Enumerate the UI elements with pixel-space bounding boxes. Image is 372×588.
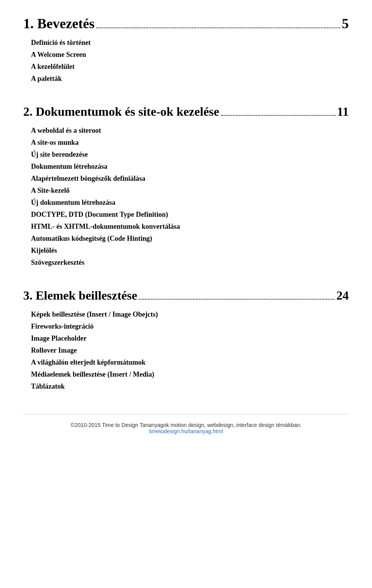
section-1-title: 1. Bevezetés — [23, 15, 95, 32]
section-1-item-1: A Welcome Screen — [31, 51, 349, 59]
section-2-item-1: A site-os munka — [31, 139, 349, 147]
section-2-item-0: A weboldal és a siteroot — [31, 127, 349, 135]
section-2-item-10: Kijelölés — [31, 247, 349, 255]
section-3-item-1: Fireworks-integráció — [31, 322, 349, 331]
section-2-item-5: A Site-kezelő — [31, 187, 349, 195]
section-3-title: 3. Elemek beillesztése — [23, 288, 137, 303]
footer-text: ©2010-2015 Time to Design Tananyagok mot… — [23, 422, 349, 428]
section-2-item-8: HTML- és XHTML-dokumentumok konvertálása — [31, 223, 349, 231]
section-2-dots — [221, 110, 336, 116]
section-1-item-3: A paletták — [31, 75, 349, 83]
section-2-item-3: Dokumentum létrehozása — [31, 163, 349, 171]
section-3-item-2: Image Placeholder — [31, 334, 349, 343]
section-3: 3. Elemek beillesztése 24 Képek beillesz… — [23, 278, 349, 391]
section-2-page: 11 — [337, 105, 349, 119]
section-1-item-0: Definíció és történet — [31, 39, 349, 47]
section-2-item-6: Új dokumentum létrehozása — [31, 199, 349, 207]
section-2-item-7: DOCTYPE, DTD (Document Type Definition) — [31, 211, 349, 219]
section-3-item-4: A világhálón elterjedt képformátumok — [31, 358, 349, 367]
section-1: 1. Bevezetés 5 Definíció és történet A W… — [23, 15, 349, 83]
footer: ©2010-2015 Time to Design Tananyagok mot… — [23, 414, 349, 434]
section-3-item-5: Médiaelemek beillesztése (Insert / Media… — [31, 370, 349, 379]
section-1-heading-row: 1. Bevezetés 5 — [23, 15, 349, 35]
section-2-heading-row: 2. Dokumentumok és site-ok kezelése 11 — [23, 94, 349, 123]
section-2-title: 2. Dokumentumok és site-ok kezelése — [23, 105, 219, 119]
section-3-page: 24 — [336, 288, 349, 303]
section-3-item-6: Táblázatok — [31, 382, 349, 391]
section-2-item-4: Alapértelmezett böngészők definiálása — [31, 175, 349, 183]
section-2-item-11: Szövegszerkesztés — [31, 259, 349, 267]
section-2-item-9: Automatikus kódsegítség (Code Hinting) — [31, 235, 349, 243]
section-3-heading-row: 3. Elemek beillesztése 24 — [23, 278, 349, 307]
section-3-item-0: Képek beillesztése (Insert / Image Obejc… — [31, 310, 349, 319]
footer-link[interactable]: timetodesign.hu/tananyag.html — [149, 428, 223, 434]
section-3-item-3: Rollover Image — [31, 346, 349, 355]
section-1-item-2: A kezelőfelület — [31, 63, 349, 71]
section-1-page: 5 — [342, 15, 349, 32]
section-3-dots — [139, 293, 335, 300]
section-1-dots — [96, 22, 340, 28]
section-2-item-2: Új site berendezése — [31, 151, 349, 159]
section-2: 2. Dokumentumok és site-ok kezelése 11 A… — [23, 94, 349, 267]
